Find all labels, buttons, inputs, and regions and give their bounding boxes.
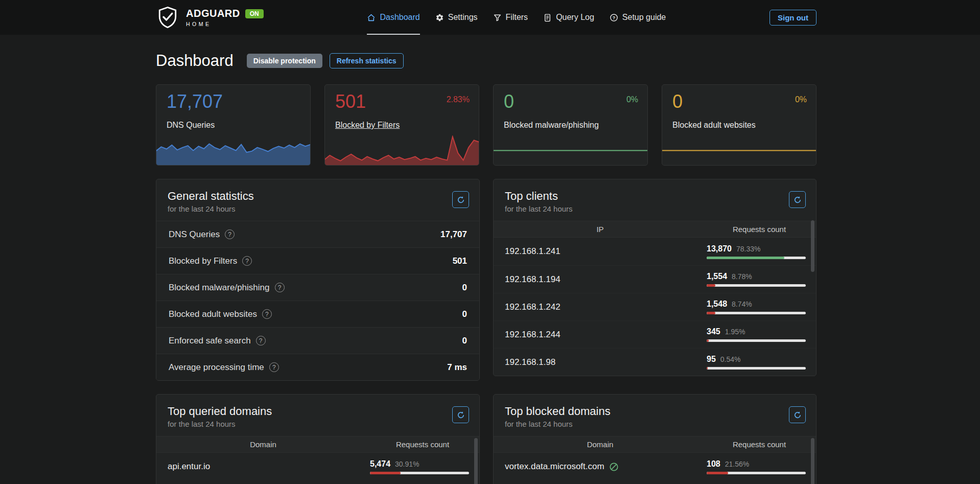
progress-bar (707, 367, 806, 370)
stat-row-label: Average processing time (169, 362, 264, 373)
client-ip-link[interactable]: 192.168.1.242 (505, 302, 561, 312)
progress-bar-fill (370, 472, 401, 474)
requests-count: 95 (707, 355, 716, 364)
svg-text:?: ? (613, 15, 616, 20)
card-title: Top queried domains (168, 405, 468, 418)
help-icon[interactable]: ? (225, 229, 235, 239)
general-statistics-card: General statistics for the last 24 hours… (156, 179, 480, 381)
blocked-filters-sparkline (324, 135, 479, 166)
client-ip-link[interactable]: 192.168.1.98 (505, 357, 555, 367)
table-row: vortex.data.microsoft.com 108 (494, 453, 816, 480)
client-ip-link[interactable]: 192.168.1.244 (505, 330, 561, 340)
nav-label: Dashboard (380, 13, 419, 22)
column-header-ip: IP (494, 225, 707, 234)
nav-item-dashboard[interactable]: Dashboard (367, 0, 419, 35)
requests-percent: 30.91% (395, 460, 419, 468)
requests-count: 1,554 (707, 272, 727, 281)
stat-card-dns-queries: 17,707 DNS Queries (156, 84, 311, 166)
column-header-domain: Domain (156, 440, 370, 449)
stat-card-label: Blocked adult websites (672, 121, 756, 130)
brand-text: ADGUARDON HOME (186, 8, 264, 27)
requests-cell: 95 0.54% (707, 355, 816, 370)
progress-bar (707, 257, 806, 259)
client-ip-link[interactable]: 192.168.1.241 (505, 246, 561, 257)
help-icon[interactable]: ? (262, 309, 272, 319)
table-header: Domain Requests count (156, 436, 479, 453)
page-head: Dashboard Disable protection Refresh sta… (156, 52, 816, 70)
clients-table-body: 192.168.1.241 13,870 78.33% (494, 238, 816, 376)
main-nav: Dashboard Settings Filters Query Log (264, 0, 769, 35)
refresh-button[interactable] (789, 406, 806, 423)
sign-out-button[interactable]: Sign out (769, 10, 816, 26)
progress-bar-fill (707, 257, 784, 259)
progress-bar-fill (707, 472, 728, 474)
dashboard-icon (367, 13, 376, 22)
stat-row-value: 17,707 (440, 229, 467, 240)
requests-percent: 0.54% (720, 355, 741, 363)
card-header: Top clients for the last 24 hours (494, 179, 816, 221)
table-row: api.entur.io 5,474 30.91% (156, 453, 479, 480)
requests-percent: 8.78% (732, 272, 752, 281)
nav-item-setup-guide[interactable]: ? Setup guide (610, 0, 666, 35)
help-icon[interactable]: ? (269, 362, 279, 372)
requests-percent: 8.74% (732, 300, 752, 308)
nav-item-filters[interactable]: Filters (493, 0, 528, 35)
statistics-row: DNS Queries ? 17,707 (156, 221, 479, 247)
stat-card-label-link[interactable]: Blocked by Filters (335, 121, 400, 130)
refresh-button[interactable] (452, 406, 469, 423)
refresh-icon (794, 196, 802, 204)
domain-link[interactable]: vortex.data.microsoft.com (505, 462, 604, 472)
middle-row: General statistics for the last 24 hours… (156, 179, 816, 381)
domain-link[interactable]: api.entur.io (168, 462, 210, 472)
stat-card-label: Blocked malware/phishing (504, 121, 599, 130)
scrollbar-thumb[interactable] (474, 438, 478, 484)
refresh-icon (794, 411, 802, 419)
client-cell: 192.168.1.241 (494, 246, 707, 257)
client-ip-link[interactable]: 192.168.1.194 (505, 274, 561, 285)
refresh-button[interactable] (789, 191, 806, 208)
domain-cell: api.entur.io (156, 462, 370, 472)
stat-card-value: 0 (672, 91, 683, 112)
funnel-icon (493, 13, 502, 22)
stat-card-percent: 0% (626, 95, 638, 104)
requests-percent: 1.95% (725, 328, 745, 336)
card-header: Top blocked domains for the last 24 hour… (494, 395, 816, 436)
card-title: Top blocked domains (505, 405, 805, 418)
refresh-statistics-button[interactable]: Refresh statistics (330, 53, 404, 68)
table-row: 192.168.1.241 13,870 78.33% (494, 238, 816, 265)
scrollbar-thumb[interactable] (811, 438, 814, 484)
card-subtitle: for the last 24 hours (168, 420, 468, 428)
column-header-requests-count: Requests count (370, 440, 479, 449)
adguard-shield-logo (156, 6, 179, 29)
scrollbar-thumb[interactable] (811, 220, 814, 272)
stat-row-label: Blocked by Filters (169, 256, 237, 266)
stat-cards-row: 17,707 DNS Queries 501 2.83% Blocked by … (156, 84, 816, 166)
stat-row-label: Enforced safe search (169, 336, 251, 346)
refresh-button[interactable] (452, 191, 469, 208)
requests-percent: 78.33% (736, 245, 760, 253)
nav-item-settings[interactable]: Settings (435, 0, 478, 35)
bottom-row: Top queried domains for the last 24 hour… (156, 394, 816, 484)
table-header: Domain Requests count (494, 436, 816, 453)
table-row: 192.168.1.244 345 1.95% (494, 320, 816, 348)
stat-card-value: 501 (335, 91, 366, 112)
protection-on-badge: ON (245, 9, 264, 18)
domain-blocked-icon[interactable] (609, 462, 619, 472)
help-icon[interactable]: ? (242, 256, 252, 266)
progress-bar-fill (707, 312, 715, 314)
stat-card-blocked-by-filters: 501 2.83% Blocked by Filters (324, 84, 479, 166)
stat-card-percent: 0% (795, 95, 807, 104)
nav-item-query-log[interactable]: Query Log (543, 0, 594, 35)
brand[interactable]: ADGUARDON HOME (156, 6, 264, 29)
stat-row-value: 7 ms (447, 362, 467, 373)
help-icon[interactable]: ? (275, 283, 285, 292)
navbar: ADGUARDON HOME Dashboard Settings (0, 0, 980, 35)
statistics-row: Enforced safe search ? 0 (156, 327, 479, 354)
client-cell: 192.168.1.194 (494, 274, 707, 285)
client-cell: 192.168.1.244 (494, 330, 707, 340)
stat-card-label: DNS Queries (167, 121, 215, 130)
disable-protection-button[interactable]: Disable protection (247, 54, 322, 68)
progress-bar (707, 339, 806, 342)
blocked-domains-table-body: vortex.data.microsoft.com 108 (494, 453, 816, 480)
help-icon[interactable]: ? (256, 336, 266, 345)
